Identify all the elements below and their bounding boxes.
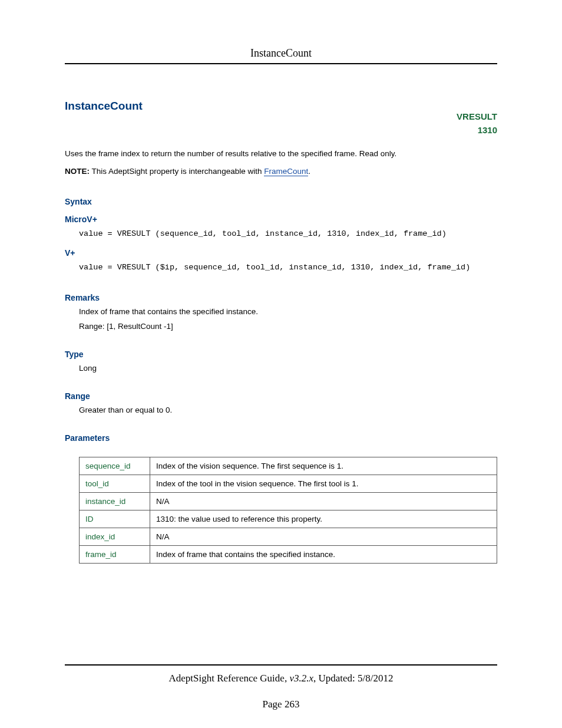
range-value: Greater than or equal to 0.: [79, 406, 497, 414]
range-heading: Range: [65, 391, 497, 401]
param-name: ID: [80, 510, 150, 528]
note-label: NOTE:: [65, 167, 90, 176]
vplus-label: V+: [65, 248, 497, 258]
vresult-code: 1310: [457, 124, 497, 137]
remarks-line2: Range: [1, ResultCount -1]: [79, 322, 497, 331]
page-number: Page 263: [65, 699, 497, 710]
parameters-table: sequence_id Index of the vision sequence…: [79, 457, 497, 564]
param-desc: N/A: [150, 528, 497, 545]
syntax-heading: Syntax: [65, 197, 497, 206]
table-row: frame_id Index of frame that contains th…: [80, 545, 497, 563]
param-desc: Index of the tool in the vision sequence…: [150, 475, 497, 492]
description-text: Uses the frame index to return the numbe…: [65, 148, 497, 160]
param-desc: Index of frame that contains the specifi…: [150, 545, 497, 563]
type-heading: Type: [65, 350, 497, 359]
vresult-block: VRESULT 1310: [457, 110, 497, 137]
table-row: instance_id N/A: [80, 492, 497, 510]
param-name: frame_id: [80, 545, 150, 563]
table-row: ID 1310: the value used to reference thi…: [80, 510, 497, 528]
vplus-code: value = VRESULT ($ip, sequence_id, tool_…: [79, 261, 497, 274]
microv-label: MicroV+: [65, 215, 497, 224]
header-rule: [65, 63, 497, 64]
footer-guide: AdeptSight Reference Guide: [169, 673, 285, 684]
note-text-before: This AdeptSight property is interchangea…: [90, 167, 264, 176]
footer-updated: , Updated: 5/8/2012: [313, 673, 394, 684]
param-name: instance_id: [80, 492, 150, 510]
param-desc: Index of the vision sequence. The first …: [150, 457, 497, 475]
param-name: sequence_id: [80, 457, 150, 475]
table-row: tool_id Index of the tool in the vision …: [80, 475, 497, 492]
framecount-link[interactable]: FrameCount: [264, 167, 308, 176]
remarks-heading: Remarks: [65, 293, 497, 302]
type-value: Long: [79, 364, 497, 373]
vresult-label: VRESULT: [457, 110, 497, 124]
running-header: InstanceCount: [65, 47, 497, 60]
param-desc: N/A: [150, 492, 497, 510]
param-desc: 1310: the value used to reference this p…: [150, 510, 497, 528]
page-title: InstanceCount: [65, 100, 497, 113]
note-text-after: .: [308, 167, 310, 176]
note-paragraph: NOTE: This AdeptSight property is interc…: [65, 166, 497, 177]
parameters-heading: Parameters: [65, 433, 497, 443]
microv-code: value = VRESULT (sequence_id, tool_id, i…: [79, 228, 497, 241]
param-name: tool_id: [80, 475, 150, 492]
remarks-line1: Index of frame that contains the specifi…: [79, 307, 497, 316]
footer-text: AdeptSight Reference Guide, v3.2.x, Upda…: [65, 673, 497, 684]
param-name: index_id: [80, 528, 150, 545]
table-row: index_id N/A: [80, 528, 497, 545]
footer-version: , v3.2.x: [285, 673, 313, 684]
footer-rule: [65, 664, 497, 666]
table-row: sequence_id Index of the vision sequence…: [80, 457, 497, 475]
